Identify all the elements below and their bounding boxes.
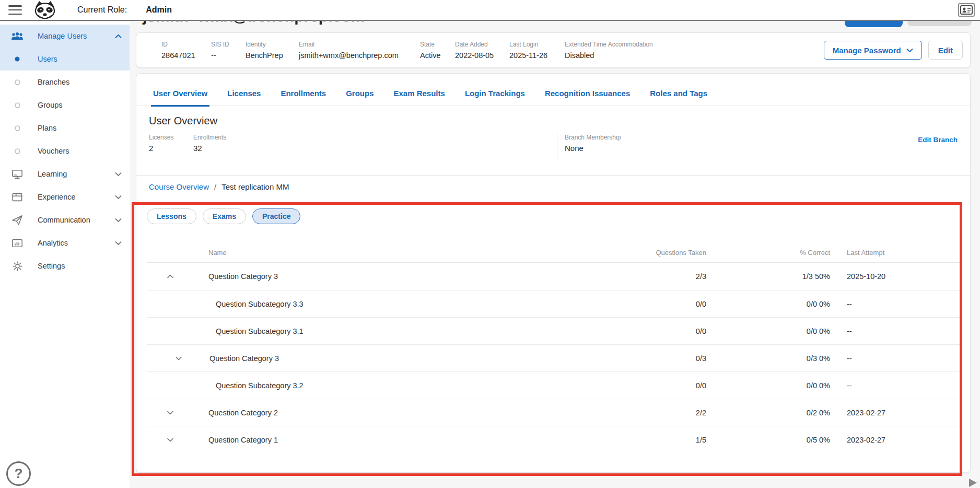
cell-percent-correct: 0/0 0% [706, 381, 830, 390]
table-row[interactable]: Question Category 22/20/2 0%2023-02-27 [147, 399, 960, 426]
section-heading: User Overview [149, 115, 958, 127]
column-header-last-attempt: Last Attempt [830, 249, 960, 257]
cell-percent-correct: 0/0 0% [706, 327, 830, 335]
field-value: 2022-08-05 [455, 51, 509, 60]
sidebar-item-communication[interactable]: Communication [0, 208, 130, 231]
monitor-icon [9, 169, 25, 179]
cell-name: Question Category 1 [147, 426, 612, 453]
sidebar-item-settings[interactable]: Settings [0, 254, 130, 277]
sidebar-item-users[interactable]: Users [0, 48, 130, 71]
cell-last-attempt: -- [830, 354, 960, 363]
sidebar-item-manage-users[interactable]: Manage Users [0, 25, 130, 48]
table-row[interactable]: Question Subcategory 3.20/00/0 0%-- [147, 371, 960, 399]
sidebar-item-label: Learning [38, 170, 67, 178]
row-chevron-up-icon[interactable] [167, 274, 174, 279]
current-role-value: Admin [146, 5, 172, 15]
hamburger-menu-icon[interactable] [8, 5, 22, 15]
field-value: Disabled [565, 51, 824, 60]
tab-exam-results[interactable]: Exam Results [391, 89, 447, 107]
table-row[interactable]: Question Subcategory 3.30/00/0 0%-- [147, 290, 960, 317]
cell-name: Question Category 3 [147, 345, 612, 371]
stat-label: Enrollments [193, 134, 226, 141]
dot-outline-icon [9, 148, 25, 154]
sidebar-item-learning[interactable]: Learning [0, 162, 130, 185]
breadcrumb-course-overview[interactable]: Course Overview [149, 182, 209, 191]
table-row[interactable]: Question Category 32/31/3 50%2025-10-20 [147, 263, 960, 290]
stat-value: 2 [149, 144, 193, 153]
sidebar-item-label: Vouchers [38, 147, 69, 155]
table-row[interactable]: Question Category 11/50/5 0%2023-02-27 [147, 426, 960, 453]
chevron-down-icon [114, 218, 122, 223]
manage-password-label: Manage Password [833, 46, 901, 55]
tab-recognition-issuances[interactable]: Recognition Issuances [543, 89, 632, 107]
cell-questions-taken: 0/3 [612, 354, 706, 363]
filter-pill-exams[interactable]: Exams [203, 208, 246, 224]
window-icon [9, 192, 25, 202]
row-chevron-down-icon[interactable] [167, 437, 174, 442]
row-chevron-down-icon[interactable] [167, 410, 174, 415]
sidebar-item-plans[interactable]: Plans [0, 117, 130, 140]
user-info-field: Last Login2025-11-26 [509, 41, 565, 60]
raccoon-logo[interactable] [33, 1, 56, 19]
chevron-down-icon [114, 241, 122, 246]
cell-name: Question Subcategory 3.2 [147, 372, 612, 399]
stat-enrollments: Enrollments32 [193, 134, 226, 153]
main-content: jsmith+wmx@benchprep.com ID28647021SIS I… [130, 21, 980, 488]
cell-percent-correct: 0/0 0% [706, 300, 830, 308]
dot-filled-icon [9, 56, 25, 62]
stat-value: 32 [193, 144, 226, 153]
dot-outline-icon [9, 102, 25, 108]
sidebar-item-experience[interactable]: Experience [0, 185, 130, 208]
table-row[interactable]: Question Subcategory 3.10/00/0 0%-- [147, 317, 960, 344]
branch-membership-value: None [565, 144, 609, 153]
tab-user-overview[interactable]: User Overview [151, 89, 209, 107]
tab-licenses[interactable]: Licenses [225, 89, 263, 107]
field-value: Active [420, 51, 455, 60]
category-name: Question Category 1 [208, 436, 278, 444]
current-role-label: Current Role: [77, 5, 127, 15]
sidebar-item-vouchers[interactable]: Vouchers [0, 140, 130, 162]
cell-last-attempt: 2023-02-27 [830, 409, 960, 417]
table-header: Name Questions Taken % Correct Last Atte… [147, 243, 960, 263]
cell-percent-correct: 0/5 0% [706, 436, 830, 444]
category-name: Question Subcategory 3.2 [216, 381, 304, 390]
sidebar-item-label: Manage Users [38, 32, 87, 40]
cell-questions-taken: 2/3 [612, 272, 706, 281]
chevron-down-icon [114, 172, 122, 177]
cell-questions-taken: 0/0 [612, 327, 706, 335]
cell-percent-correct: 0/3 0% [706, 354, 830, 363]
overview-stats: Licenses2Enrollments32 Branch Membership… [149, 134, 958, 153]
user-info-field: Extended Time AccommodationDisabled [565, 41, 824, 60]
user-info-field: ID28647021 [161, 41, 211, 60]
chevron-down-icon [114, 195, 122, 200]
category-name: Question Category 3 [208, 272, 278, 281]
field-label: Identity [246, 41, 299, 48]
cell-last-attempt: -- [830, 300, 960, 308]
field-value: -- [211, 51, 246, 60]
sidebar-item-branches[interactable]: Branches [0, 71, 130, 94]
tab-login-trackings[interactable]: Login Trackings [463, 89, 527, 107]
filter-pill-lessons[interactable]: Lessons [147, 208, 196, 224]
chevron-up-icon [114, 34, 122, 39]
sidebar-item-groups[interactable]: Groups [0, 94, 130, 117]
column-header-percent-correct: % Correct [706, 249, 830, 257]
field-value: 2025-11-26 [509, 51, 565, 60]
branch-membership-label: Branch Membership [565, 134, 609, 141]
row-chevron-down-icon[interactable] [175, 356, 182, 361]
resize-handle-icon [969, 479, 977, 487]
contact-card-icon[interactable] [958, 3, 975, 17]
cell-questions-taken: 0/0 [612, 300, 706, 308]
user-info-field: Date Added2022-08-05 [455, 41, 509, 60]
manage-password-button[interactable]: Manage Password [824, 41, 922, 60]
table-row[interactable]: Question Category 30/30/3 0%-- [147, 344, 960, 371]
edit-branch-link[interactable]: Edit Branch [918, 136, 958, 144]
sidebar-item-label: Communication [38, 216, 90, 224]
field-label: ID [161, 41, 211, 48]
tab-enrollments[interactable]: Enrollments [278, 89, 328, 107]
filter-pill-practice[interactable]: Practice [252, 208, 300, 224]
tab-roles-and-tags[interactable]: Roles and Tags [648, 89, 709, 107]
tab-groups[interactable]: Groups [344, 89, 376, 107]
sidebar-item-analytics[interactable]: Analytics [0, 231, 130, 254]
edit-button[interactable]: Edit [928, 41, 963, 60]
help-button[interactable]: ? [6, 461, 31, 486]
